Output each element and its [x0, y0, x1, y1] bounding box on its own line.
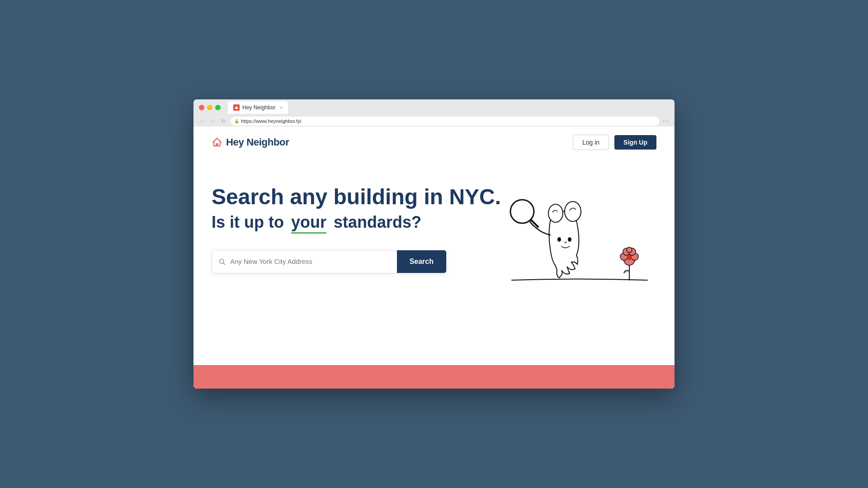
- window-controls: [199, 105, 221, 110]
- hero-subheading-before: Is it up to: [212, 213, 284, 231]
- logo-text: Hey Neighbor: [226, 136, 289, 148]
- hero-svg-illustration: [503, 176, 656, 298]
- hero-text: Search any building in NYC. Is it up to …: [212, 176, 503, 273]
- hero-subheading-highlight: your: [291, 213, 326, 234]
- search-bar: Search: [212, 250, 447, 273]
- svg-rect-0: [216, 143, 218, 146]
- browser-window: Hey Neighbor × ← → ↻ 🔒 https://www.heyne…: [193, 99, 675, 389]
- forward-button[interactable]: →: [209, 117, 217, 125]
- svg-line-2: [223, 263, 225, 265]
- browser-more-button[interactable]: ⋯: [663, 117, 669, 125]
- url-text: https://www.heyneighbor.fyi: [241, 118, 301, 124]
- minimize-window-dot[interactable]: [207, 105, 212, 110]
- login-button[interactable]: Log in: [573, 135, 609, 150]
- hero-section: Search any building in NYC. Is it up to …: [193, 158, 675, 365]
- svg-point-3: [557, 237, 561, 242]
- lock-icon: 🔒: [234, 119, 239, 123]
- maximize-window-dot[interactable]: [215, 105, 221, 110]
- logo[interactable]: Hey Neighbor: [212, 136, 289, 148]
- address-search-input[interactable]: [230, 258, 391, 265]
- browser-chrome: Hey Neighbor × ← → ↻ 🔒 https://www.heyne…: [193, 99, 675, 127]
- browser-tab[interactable]: Hey Neighbor ×: [228, 101, 288, 114]
- refresh-button[interactable]: ↻: [219, 117, 227, 125]
- svg-point-4: [568, 237, 571, 242]
- nav-buttons-right: Log in Sign Up: [573, 135, 656, 150]
- hero-illustration: [503, 176, 656, 294]
- svg-point-6: [565, 202, 581, 221]
- svg-point-5: [548, 204, 563, 222]
- navbar: Hey Neighbor Log in Sign Up: [193, 127, 675, 158]
- logo-house-icon: [212, 137, 222, 148]
- svg-point-16: [627, 255, 632, 260]
- svg-line-8: [531, 220, 538, 227]
- hero-subheading-after: standards?: [334, 213, 421, 231]
- tab-favicon: [233, 104, 240, 111]
- hero-heading: Search any building in NYC.: [212, 185, 503, 209]
- browser-titlebar: Hey Neighbor ×: [193, 99, 675, 116]
- search-button[interactable]: Search: [397, 250, 446, 273]
- tab-title: Hey Neighbor: [242, 104, 275, 111]
- back-button[interactable]: ←: [199, 117, 207, 125]
- search-input-wrapper: [212, 250, 397, 273]
- nav-buttons: ← → ↻: [199, 117, 227, 125]
- close-window-dot[interactable]: [199, 105, 204, 110]
- footer-strip: [193, 365, 675, 389]
- address-bar[interactable]: 🔒 https://www.heyneighbor.fyi: [231, 117, 659, 126]
- svg-point-15: [627, 247, 632, 253]
- tab-close-icon[interactable]: ×: [280, 105, 283, 110]
- browser-addressbar: ← → ↻ 🔒 https://www.heyneighbor.fyi ⋯: [193, 116, 675, 127]
- signup-button[interactable]: Sign Up: [614, 135, 656, 150]
- search-icon: [218, 258, 226, 265]
- page-content: Hey Neighbor Log in Sign Up Search any b…: [193, 127, 675, 389]
- hero-subheading: Is it up to your standards?: [212, 213, 503, 232]
